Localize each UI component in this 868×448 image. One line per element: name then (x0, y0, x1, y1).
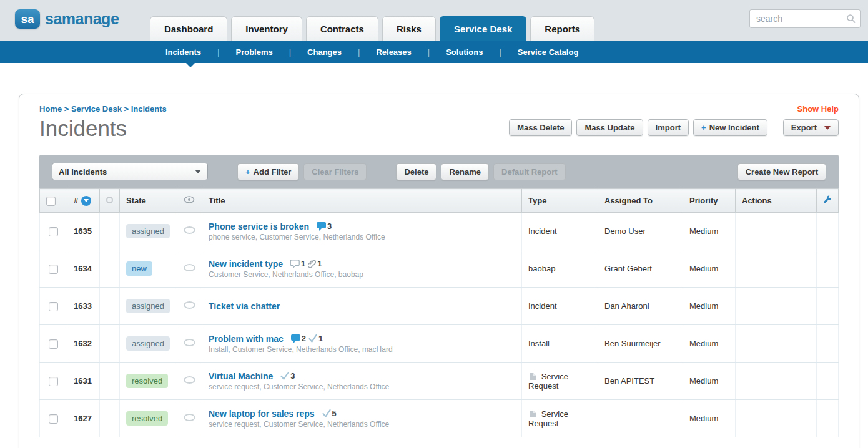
title-icons: 21 (289, 334, 323, 343)
title-icons: 5 (320, 409, 337, 418)
tab-contracts[interactable]: Contracts (306, 16, 378, 41)
subnav-solutions[interactable]: Solutions (420, 47, 491, 57)
priority-column-header[interactable]: Priority (683, 189, 736, 213)
new-incident-button[interactable]: + New Incident (693, 119, 767, 136)
clear-filters-button[interactable]: Clear Filters (303, 163, 367, 180)
incident-title-link[interactable]: New incident type (209, 259, 283, 269)
add-filter-button[interactable]: + Add Filter (237, 163, 299, 180)
row-checkbox[interactable] (49, 227, 58, 236)
report-select[interactable]: All Incidents (52, 163, 208, 180)
tab-reports[interactable]: Reports (530, 16, 594, 41)
table-row[interactable]: 1631 resolved Virtual Machine 3 service … (40, 363, 839, 400)
incident-title-link[interactable]: Phone service is broken (209, 222, 309, 231)
incident-priority: Medium (683, 400, 736, 437)
status-badge: assigned (126, 224, 170, 238)
search-input[interactable] (749, 9, 861, 28)
row-checkbox[interactable] (49, 302, 58, 311)
circle-icon[interactable] (106, 197, 113, 203)
oval-icon (184, 264, 195, 271)
tab-dashboard[interactable]: Dashboard (150, 16, 227, 41)
incident-tags: service request, Customer Service, Nethe… (209, 420, 515, 429)
incidents-table: # State Title Type Assigned To Priority … (39, 188, 839, 437)
service-desk-subnav: Incidents Problems Changes Releases Solu… (0, 41, 868, 63)
incident-type: baobap (522, 250, 598, 288)
incident-type: Service Request (522, 400, 598, 437)
incident-actions-cell (736, 213, 817, 250)
subnav-service-catalog[interactable]: Service Catalog (491, 47, 586, 57)
type-column-header[interactable]: Type (522, 189, 598, 213)
row-checkbox[interactable] (49, 377, 58, 386)
select-all-checkbox[interactable] (46, 197, 56, 206)
default-report-button[interactable]: Default Report (493, 163, 566, 180)
icon-count: 5 (332, 409, 337, 418)
paperclip-icon (308, 260, 316, 268)
tab-service-desk[interactable]: Service Desk (440, 16, 526, 41)
delete-report-button[interactable]: Delete (396, 163, 436, 180)
number-column-header[interactable]: # (74, 196, 78, 205)
mass-delete-button[interactable]: Mass Delete (509, 119, 572, 136)
incident-actions-cell (736, 363, 817, 400)
incident-priority: Medium (683, 325, 736, 363)
toolbar: Mass Delete Mass Update Import + New Inc… (509, 119, 839, 141)
icon-count: 2 (302, 334, 306, 343)
table-row[interactable]: 1633 assigned Ticket via chatter Inciden… (40, 288, 839, 325)
page-title: Incidents (39, 116, 127, 141)
show-help-link[interactable]: Show Help (797, 104, 839, 114)
status-badge: resolved (126, 411, 168, 426)
oval-icon (184, 376, 195, 384)
status-badge: resolved (126, 374, 168, 388)
active-subnav-pointer (186, 63, 195, 67)
incident-actions-cell (736, 325, 817, 363)
incident-assigned-to: Ben Suurmeijer (598, 325, 683, 363)
incident-title-link[interactable]: Ticket via chatter (209, 301, 280, 311)
incident-type: Service Request (522, 363, 598, 400)
state-column-header[interactable]: State (120, 189, 177, 213)
icon-count: 3 (290, 371, 295, 381)
table-row[interactable]: 1632 assigned Problem with mac 21 Instal… (40, 325, 839, 363)
row-checkbox[interactable] (49, 265, 58, 274)
subnav-changes[interactable]: Changes (281, 47, 350, 57)
icon-count: 1 (301, 259, 305, 268)
incident-number: 1634 (67, 250, 100, 288)
status-badge: assigned (126, 299, 170, 313)
incident-assigned-to: Grant Gebert (598, 250, 683, 288)
tab-inventory[interactable]: Inventory (231, 16, 302, 41)
breadcrumb[interactable]: Home > Service Desk > Incidents (39, 104, 167, 114)
incident-actions-cell (736, 400, 817, 437)
incident-assigned-to (598, 400, 683, 437)
subnav-incidents[interactable]: Incidents (157, 47, 209, 57)
service-request-icon (528, 410, 536, 418)
assigned-to-column-header[interactable]: Assigned To (598, 189, 683, 213)
samanage-logo[interactable]: sa samanage (15, 9, 119, 29)
title-column-header[interactable]: Title (202, 189, 522, 213)
incident-title-link[interactable]: New laptop for sales reps (209, 409, 315, 419)
search-icon[interactable] (846, 14, 856, 26)
sort-desc-icon[interactable] (81, 196, 91, 206)
incident-title-link[interactable]: Virtual Machine (209, 371, 273, 381)
tab-risks[interactable]: Risks (382, 16, 436, 41)
eye-icon[interactable] (184, 196, 195, 205)
status-badge: new (126, 261, 152, 276)
incident-title-link[interactable]: Problem with mac (209, 334, 284, 344)
mass-update-button[interactable]: Mass Update (576, 119, 643, 136)
main-nav: Dashboard Inventory Contracts Risks Serv… (150, 16, 594, 41)
plus-icon: + (701, 123, 706, 132)
wrench-icon[interactable] (823, 197, 832, 206)
table-row[interactable]: 1634 new New incident type 11 Customer S… (40, 250, 839, 288)
oval-icon (184, 339, 195, 346)
export-button[interactable]: Export (783, 119, 839, 136)
subnav-releases[interactable]: Releases (350, 47, 420, 57)
icon-count: 1 (317, 259, 322, 268)
table-row[interactable]: 1635 assigned Phone service is broken 3 … (40, 213, 839, 250)
subnav-problems[interactable]: Problems (209, 47, 281, 57)
incidents-tbody: 1635 assigned Phone service is broken 3 … (40, 213, 839, 437)
row-checkbox[interactable] (49, 414, 58, 424)
incident-number: 1632 (67, 325, 100, 363)
table-row[interactable]: 1627 resolved New laptop for sales reps … (40, 400, 839, 437)
row-checkbox[interactable] (49, 339, 58, 349)
create-new-report-button[interactable]: Create New Report (737, 163, 826, 180)
rename-report-button[interactable]: Rename (441, 163, 489, 180)
icon-count: 3 (327, 222, 332, 231)
import-button[interactable]: Import (648, 119, 689, 136)
title-icons: 3 (314, 222, 332, 231)
